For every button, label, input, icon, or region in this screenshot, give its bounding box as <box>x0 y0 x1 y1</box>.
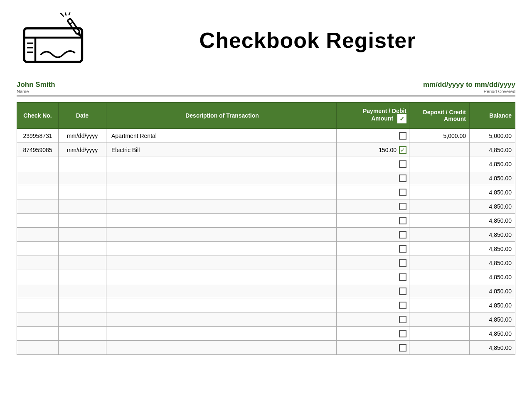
cell-check-no <box>17 228 59 242</box>
cell-deposit <box>409 327 470 341</box>
cell-description <box>106 341 337 355</box>
register-table: Check No. Date Description of Transactio… <box>17 102 515 355</box>
payment-checkbox[interactable] <box>399 132 406 140</box>
cell-balance: 4,850.00 <box>470 284 515 298</box>
cell-deposit <box>409 143 470 157</box>
cell-balance: 4,850.00 <box>470 341 515 355</box>
cell-deposit <box>409 298 470 312</box>
cell-check-no <box>17 157 59 171</box>
cell-balance: 4,850.00 <box>470 312 515 327</box>
cell-balance: 4,850.00 <box>470 143 515 157</box>
table-row: 4,850.00 <box>17 185 515 199</box>
col-header-date: Date <box>59 103 106 129</box>
name-label: Name <box>17 89 55 94</box>
cell-check-no <box>17 171 59 185</box>
payment-checkbox[interactable] <box>399 316 406 323</box>
cell-payment <box>337 327 409 341</box>
cell-description <box>106 242 337 256</box>
cell-deposit <box>409 284 470 298</box>
payment-checkbox[interactable] <box>399 259 406 267</box>
cell-description <box>106 256 337 270</box>
cell-date <box>59 284 106 298</box>
payment-checkbox[interactable] <box>399 288 406 295</box>
table-row: 239958731mm/dd/yyyyApartment Rental5,000… <box>17 129 515 143</box>
cell-date <box>59 270 106 284</box>
cell-deposit <box>409 256 470 270</box>
table-row: 4,850.00 <box>17 298 515 312</box>
cell-balance: 4,850.00 <box>470 256 515 270</box>
cell-date <box>59 214 106 228</box>
payment-checkbox[interactable] <box>399 344 406 352</box>
payment-checkbox[interactable] <box>399 302 406 309</box>
title-area: Checkbook Register <box>100 28 515 53</box>
cell-date <box>59 242 106 256</box>
payment-checkbox[interactable] <box>399 273 406 281</box>
col-header-check-no: Check No. <box>17 103 59 129</box>
payment-checkbox[interactable] <box>399 231 406 239</box>
cell-deposit <box>409 185 470 199</box>
payment-checkbox[interactable] <box>399 160 406 168</box>
payment-checkbox[interactable]: ✓ <box>399 146 406 154</box>
col-header-description: Description of Transaction <box>106 103 337 129</box>
payment-checked-header-icon: ✓ <box>397 114 406 123</box>
payment-checkbox[interactable] <box>399 203 406 210</box>
svg-rect-0 <box>24 28 82 62</box>
payment-checkbox[interactable] <box>399 175 406 182</box>
checkbook-logo-icon <box>17 12 91 66</box>
cell-check-no <box>17 312 59 327</box>
table-row: 4,850.00 <box>17 327 515 341</box>
cell-description <box>106 185 337 199</box>
cell-deposit <box>409 312 470 327</box>
payment-checkbox[interactable] <box>399 330 406 337</box>
cell-balance: 4,850.00 <box>470 199 515 214</box>
table-body: 239958731mm/dd/yyyyApartment Rental5,000… <box>17 129 515 355</box>
logo-area <box>17 12 100 68</box>
cell-date <box>59 341 106 355</box>
meta-row: John Smith Name mm/dd/yyyy to mm/dd/yyyy… <box>17 81 515 96</box>
cell-check-no <box>17 270 59 284</box>
col-header-payment: Payment / Debit Amount ✓ <box>337 103 409 129</box>
cell-balance: 4,850.00 <box>470 228 515 242</box>
cell-date: mm/dd/yyyy <box>59 129 106 143</box>
cell-payment <box>337 157 409 171</box>
cell-date: mm/dd/yyyy <box>59 143 106 157</box>
cell-description <box>106 312 337 327</box>
cell-payment <box>337 298 409 312</box>
cell-check-no <box>17 341 59 355</box>
cell-balance: 4,850.00 <box>470 214 515 228</box>
cell-date <box>59 256 106 270</box>
cell-check-no <box>17 185 59 199</box>
cell-check-no <box>17 256 59 270</box>
table-row: 4,850.00 <box>17 214 515 228</box>
cell-description <box>106 284 337 298</box>
cell-check-no <box>17 298 59 312</box>
table-row: 4,850.00 <box>17 171 515 185</box>
svg-rect-6 <box>67 18 80 34</box>
cell-description <box>106 199 337 214</box>
payment-checkbox[interactable] <box>399 217 406 224</box>
cell-deposit <box>409 341 470 355</box>
table-row: 4,850.00 <box>17 228 515 242</box>
cell-payment <box>337 312 409 327</box>
cell-balance: 4,850.00 <box>470 327 515 341</box>
name-section: John Smith Name <box>17 81 55 94</box>
cell-description <box>106 214 337 228</box>
cell-payment <box>337 129 409 143</box>
payment-checkbox[interactable] <box>399 189 406 196</box>
table-header-row: Check No. Date Description of Transactio… <box>17 103 515 129</box>
svg-line-11 <box>69 12 70 15</box>
cell-payment: 150.00✓ <box>337 143 409 157</box>
cell-balance: 4,850.00 <box>470 242 515 256</box>
cell-deposit: 5,000.00 <box>409 129 470 143</box>
cell-balance: 4,850.00 <box>470 298 515 312</box>
table-row: 4,850.00 <box>17 312 515 327</box>
table-row: 874959085mm/dd/yyyyElectric Bill150.00✓4… <box>17 143 515 157</box>
page-title: Checkbook Register <box>100 28 515 53</box>
payment-checkbox[interactable] <box>399 245 406 253</box>
cell-check-no: 239958731 <box>17 129 59 143</box>
cell-payment <box>337 199 409 214</box>
cell-payment <box>337 228 409 242</box>
cell-check-no: 874959085 <box>17 143 59 157</box>
cell-date <box>59 199 106 214</box>
cell-balance: 4,850.00 <box>470 157 515 171</box>
